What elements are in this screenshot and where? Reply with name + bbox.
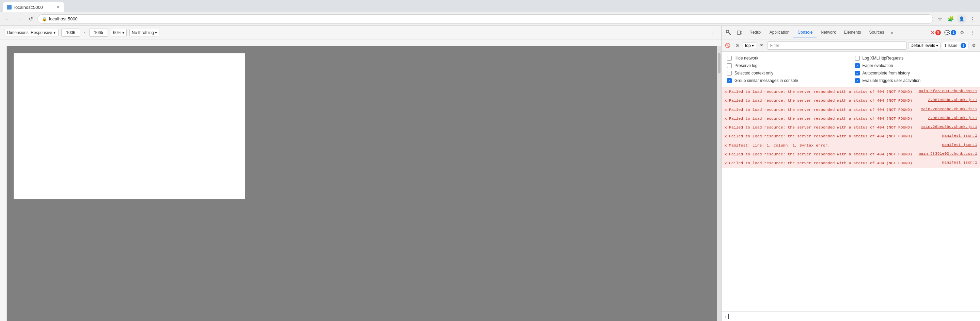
setting-row-right-3: Evaluate triggers user activation — [855, 78, 975, 83]
setting-row-right-2: Autocomplete from history — [855, 71, 975, 76]
issue-badge[interactable]: 1 Issue: 1 — [942, 42, 969, 49]
menu-button[interactable]: ⋮ — [968, 14, 977, 24]
devtools-right-icons: ✕ 9 💬 1 ⚙ ⋮ — [931, 28, 978, 38]
context-select[interactable]: top ▾ — [743, 42, 756, 49]
horizontal-ruler — [0, 40, 721, 46]
page-row — [0, 46, 721, 321]
device-toggle-button[interactable] — [735, 28, 745, 38]
page-section: Dimensions: Responsive ▾ × 60% ▾ No thro… — [0, 26, 721, 321]
error-icon: ✕ — [724, 160, 727, 166]
message-badge: 1 — [951, 30, 956, 35]
setting-checkbox-selected-context-only[interactable] — [727, 71, 732, 76]
message-link[interactable]: main.26bec6bc.chunk.js:1 — [921, 125, 977, 129]
console-message-4[interactable]: ✕Failed to load resource: the server res… — [722, 123, 980, 132]
setting-label: Eager evaluation — [862, 63, 893, 68]
setting-label: Evaluate triggers user activation — [862, 78, 921, 83]
error-icon: ✕ — [724, 143, 727, 148]
devtools-tab-application[interactable]: Application — [765, 28, 794, 37]
devtools-tabs-more[interactable]: » — [888, 28, 896, 37]
setting-checkbox-evaluate-triggers-user-activation[interactable] — [855, 78, 860, 83]
levels-label: Default levels — [910, 43, 935, 48]
settings-button[interactable]: ⚙ — [957, 28, 967, 38]
address-input[interactable]: 🔒 localhost:5000 — [37, 14, 933, 24]
setting-row-left-2: Selected context only — [727, 71, 847, 76]
context-label: top — [745, 43, 751, 48]
setting-checkbox-hide-network[interactable] — [727, 56, 732, 60]
inspect-element-button[interactable] — [724, 28, 734, 38]
setting-checkbox-eager-evaluation[interactable] — [855, 63, 860, 68]
filter-input[interactable] — [767, 41, 907, 50]
svg-rect-1 — [737, 31, 741, 34]
error-icon: ✕ — [724, 134, 727, 139]
console-settings: Hide networkLog XMLHttpRequestsPreserve … — [722, 52, 980, 87]
message-link[interactable]: manifest.json:1 — [942, 142, 977, 147]
svg-rect-2 — [741, 32, 742, 34]
more-devtools-button[interactable]: ⋮ — [968, 28, 978, 38]
height-input[interactable] — [89, 28, 108, 37]
console-message-8[interactable]: ✕Failed to load resource: the server res… — [722, 159, 980, 168]
devtools-tab-sources[interactable]: Sources — [865, 28, 888, 37]
error-icon: ✕ — [724, 152, 727, 157]
console-message-1[interactable]: ✕Failed to load resource: the server res… — [722, 96, 980, 105]
throttle-select[interactable]: No throttling ▾ — [129, 29, 159, 36]
console-message-0[interactable]: ✕Failed to load resource: the server res… — [722, 87, 980, 96]
devtools-tab-elements[interactable]: Elements — [840, 28, 865, 37]
forward-button[interactable]: → — [14, 14, 24, 24]
dimension-separator: × — [83, 30, 86, 35]
levels-select[interactable]: Default levels ▾ — [908, 42, 940, 49]
lock-icon: 🔒 — [42, 17, 47, 21]
browser-tab[interactable]: localhost:5000 ✕ — [3, 2, 64, 12]
devtools-tabs: ReduxApplicationConsoleNetworkElementsSo… — [745, 26, 896, 39]
profile-avatar[interactable]: 👤 — [957, 14, 966, 24]
console-message-7[interactable]: ✕Failed to load resource: the server res… — [722, 150, 980, 159]
dimensions-dropdown-icon: ▾ — [54, 30, 56, 35]
message-link[interactable]: main.5f361e03.chunk.css:1 — [918, 151, 977, 156]
setting-checkbox-group-similar-messages-in-console[interactable] — [727, 78, 732, 83]
message-text: Failed to load resource: the server resp… — [729, 98, 923, 103]
bookmark-button[interactable]: ☆ — [935, 14, 945, 24]
devtools-tab-redux[interactable]: Redux — [745, 28, 765, 37]
console-message-5[interactable]: ✕Failed to load resource: the server res… — [722, 132, 980, 141]
clear-console-button[interactable]: 🚫 — [724, 41, 732, 50]
console-message-2[interactable]: ✕Failed to load resource: the server res… — [722, 105, 980, 114]
refresh-button[interactable]: ↺ — [26, 14, 35, 24]
message-count: 💬 1 — [944, 30, 956, 35]
error-icon: ✕ — [724, 98, 727, 103]
console-prompt: › — [724, 314, 727, 319]
devtools-tab-console[interactable]: Console — [794, 28, 816, 37]
dimensions-select[interactable]: Dimensions: Responsive ▾ — [4, 29, 59, 36]
tab-close-button[interactable]: ✕ — [57, 5, 60, 9]
more-options-button[interactable]: ⋮ — [707, 28, 717, 38]
message-link[interactable]: 2.087e98bc.chunk.js:1 — [928, 115, 977, 120]
address-text: localhost:5000 — [49, 16, 78, 21]
setting-checkbox-log-xmlhttprequests[interactable] — [855, 56, 860, 60]
setting-row-left-0: Hide network — [727, 56, 847, 60]
error-badge: 9 — [935, 30, 941, 35]
console-message-6[interactable]: ✕Manifest: Line: 1, column: 1, Syntax er… — [722, 141, 980, 150]
zoom-select[interactable]: 60% ▾ — [111, 29, 127, 36]
setting-checkbox-preserve-log[interactable] — [727, 63, 732, 68]
scroll-indicator[interactable] — [717, 46, 721, 321]
width-input[interactable] — [61, 28, 80, 37]
message-text: Failed to load resource: the server resp… — [729, 133, 937, 139]
console-input-row: › — [722, 312, 980, 321]
message-link[interactable]: main.26bec6bc.chunk.js:1 — [921, 107, 977, 111]
message-link[interactable]: 2.087e98bc.chunk.js:1 — [928, 98, 977, 102]
levels-dropdown-icon: ▾ — [936, 43, 938, 48]
message-link[interactable]: manifest.json:1 — [942, 160, 977, 164]
eye-button[interactable]: 👁 — [758, 41, 766, 50]
filter-toggle-button[interactable]: ⊘ — [733, 41, 741, 50]
address-bar: ← → ↺ 🔒 localhost:5000 ☆ 🧩 👤 ⋮ — [0, 12, 980, 26]
main-area: Dimensions: Responsive ▾ × 60% ▾ No thro… — [0, 26, 980, 321]
console-message-3[interactable]: ✕Failed to load resource: the server res… — [722, 114, 980, 123]
console-toolbar: 🚫 ⊘ top ▾ 👁 Default levels ▾ 1 Issue: 1 … — [722, 40, 980, 52]
back-button[interactable]: ← — [3, 14, 12, 24]
extensions-button[interactable]: 🧩 — [946, 14, 956, 24]
setting-checkbox-autocomplete-from-history[interactable] — [855, 71, 860, 76]
console-messages: ✕Failed to load resource: the server res… — [722, 87, 980, 312]
devtools-tab-network[interactable]: Network — [816, 28, 840, 37]
console-settings-button[interactable]: ⚙ — [970, 41, 978, 50]
message-link[interactable]: manifest.json:1 — [942, 133, 977, 138]
message-link[interactable]: main.5f361e03.chunk.css:1 — [918, 89, 977, 93]
error-icon: ✕ — [724, 125, 727, 130]
